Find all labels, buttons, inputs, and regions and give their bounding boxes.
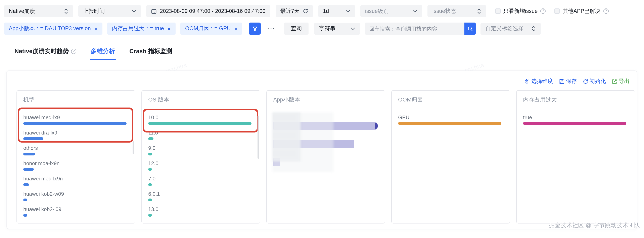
filter-tag-app-version[interactable]: App小版本：= DAU TOP3 version × bbox=[4, 23, 102, 35]
scrollbar-thumb[interactable] bbox=[132, 141, 134, 154]
tab-crash-metrics[interactable]: Crash 指标监测 bbox=[128, 45, 173, 60]
issue-level-select[interactable]: issue级别 bbox=[360, 5, 422, 17]
help-icon: ? bbox=[71, 49, 76, 54]
select-dimension-label: 选择维度 bbox=[531, 78, 553, 85]
card-title: App小版本 bbox=[273, 96, 378, 103]
close-icon[interactable]: × bbox=[94, 26, 98, 32]
help-icon: ? bbox=[604, 9, 609, 14]
close-icon[interactable]: × bbox=[234, 26, 238, 32]
bar bbox=[273, 158, 280, 166]
search-button[interactable] bbox=[464, 23, 476, 35]
query-button-label: 查询 bbox=[291, 25, 302, 32]
bar-label: huawei med-lx9n bbox=[23, 176, 128, 182]
bar-list: 10.0 11.0 9.0 12.0 bbox=[148, 115, 254, 217]
granularity-select[interactable]: 1d bbox=[318, 5, 355, 17]
bar-label: 6.0.1 bbox=[148, 191, 254, 197]
time-field-select[interactable]: 上报时间 bbox=[78, 5, 141, 17]
redacted-label bbox=[273, 133, 296, 138]
issue-status-select[interactable]: Issue状态 bbox=[427, 5, 486, 17]
bar-list: true bbox=[523, 115, 628, 125]
chart-item: 9.0 bbox=[148, 145, 254, 155]
card-oom-reason: OOM归因 GPU bbox=[391, 90, 510, 223]
bar bbox=[398, 122, 502, 125]
scrollbar-thumb[interactable] bbox=[258, 115, 259, 159]
sorter-icon bbox=[64, 8, 68, 14]
crash-type-value: Native崩溃 bbox=[9, 8, 35, 15]
issue-status-placeholder: Issue状态 bbox=[432, 8, 456, 15]
tab-label: Native崩溃实时趋势 bbox=[14, 48, 69, 55]
filter-tag-memory[interactable]: 内存占用过大：= true × bbox=[107, 23, 175, 35]
chart-item bbox=[273, 133, 378, 148]
match-type-select[interactable]: 字符串 bbox=[314, 23, 360, 34]
checkbox-group: 只看新增issue ? 其他APP已解决 ? bbox=[495, 8, 608, 15]
quick-range-value: 最近7天 bbox=[280, 8, 300, 15]
filter-tag-label: OOM归因：= GPU bbox=[185, 25, 231, 32]
export-icon bbox=[612, 79, 617, 84]
bar bbox=[23, 183, 29, 186]
checkbox-icon[interactable] bbox=[554, 9, 560, 14]
select-dimension-button[interactable]: 选择维度 bbox=[524, 78, 553, 85]
bar-label: 11.0 bbox=[148, 130, 254, 136]
chart-item bbox=[273, 115, 378, 130]
refresh-icon[interactable] bbox=[303, 9, 308, 14]
bar bbox=[148, 183, 152, 186]
export-button[interactable]: 导出 bbox=[612, 78, 630, 85]
chevron-down-icon bbox=[132, 10, 136, 13]
bar bbox=[23, 214, 28, 217]
multi-dimension-panel: 选择维度 保存 初始化 导出 bbox=[6, 70, 637, 229]
bar bbox=[148, 168, 152, 171]
custom-tag-select[interactable]: 自定义标签选择 bbox=[481, 23, 541, 34]
card-title: OS 版本 bbox=[148, 96, 254, 103]
bar-label: huawei kob2-w09 bbox=[23, 191, 128, 197]
query-button[interactable]: 查询 bbox=[284, 23, 309, 35]
redacted-label bbox=[273, 151, 296, 156]
other-app-resolved-label: 其他APP已解决 bbox=[563, 8, 600, 15]
time-field-value: 上报时间 bbox=[83, 8, 105, 15]
chart-item bbox=[273, 151, 378, 166]
close-icon[interactable]: × bbox=[167, 26, 171, 32]
bar-list bbox=[273, 115, 378, 166]
chart-item: huawei dra-lx9 bbox=[23, 130, 128, 140]
bar-label: 9.0 bbox=[148, 145, 254, 151]
chart-item: 10.0 bbox=[148, 115, 254, 125]
date-range-picker[interactable]: 2023-08-09 09:47:00 - 2023-08-16 09:47:0… bbox=[146, 5, 270, 17]
more-filters-button[interactable]: ⋯ bbox=[266, 24, 277, 33]
only-new-issue-checkbox[interactable]: 只看新增issue ? bbox=[495, 8, 546, 15]
chart-item: huawei med-lx9 bbox=[23, 115, 128, 125]
init-button[interactable]: 初始化 bbox=[583, 78, 606, 85]
crash-analytics-page: zhangxu.hua zhangxu.hua zhangxu.hua zhan… bbox=[0, 0, 644, 238]
dimension-cards: 机型 huawei med-lx9 huawei dra-lx9 others bbox=[16, 90, 635, 223]
gear-icon bbox=[524, 78, 530, 84]
checkbox-icon[interactable] bbox=[495, 9, 500, 14]
chart-item: huawei kob2-w09 bbox=[23, 191, 128, 201]
custom-tag-placeholder: 自定义标签选择 bbox=[486, 25, 524, 32]
bar bbox=[23, 168, 34, 171]
bar-label: 12.0 bbox=[148, 161, 254, 166]
bar-label: 10.0 bbox=[148, 115, 254, 121]
chevron-down-icon bbox=[413, 10, 417, 13]
bar-label: 13.0 bbox=[148, 207, 254, 212]
card-os-version: OS 版本 10.0 11.0 9.0 12.0 bbox=[142, 90, 260, 223]
date-range-value: 2023-08-09 09:47:00 - 2023-08-16 09:47:0… bbox=[160, 8, 265, 14]
tab-native-crash-trend[interactable]: Native崩溃实时趋势 ? bbox=[14, 45, 77, 60]
save-button[interactable]: 保存 bbox=[559, 78, 577, 85]
tab-multi-dimension[interactable]: 多维分析 bbox=[90, 45, 116, 60]
bar-list: GPU bbox=[398, 115, 504, 125]
chart-item: others bbox=[23, 145, 128, 155]
filter-tags-bar: App小版本：= DAU TOP3 version × 内存占用过大：= tru… bbox=[0, 17, 644, 35]
bar-label: others bbox=[23, 145, 128, 151]
other-app-resolved-checkbox[interactable]: 其他APP已解决 ? bbox=[554, 8, 609, 15]
filter-tag-oom[interactable]: OOM归因：= GPU × bbox=[180, 23, 242, 35]
quick-range-button[interactable]: 最近7天 bbox=[276, 5, 313, 17]
stack-search-input[interactable] bbox=[365, 23, 464, 35]
tab-label: Crash 指标监测 bbox=[129, 48, 172, 55]
crash-type-select[interactable]: Native崩溃 bbox=[4, 5, 73, 17]
card-title: 内存占用过大 bbox=[523, 96, 628, 103]
filter-funnel-button[interactable] bbox=[249, 23, 261, 35]
search-icon bbox=[468, 26, 473, 31]
bar bbox=[148, 153, 152, 155]
help-icon: ? bbox=[540, 9, 546, 14]
granularity-value: 1d bbox=[323, 8, 329, 14]
bar-label: huawei med-lx9 bbox=[23, 115, 128, 121]
card-app-version: App小版本 bbox=[266, 90, 385, 223]
